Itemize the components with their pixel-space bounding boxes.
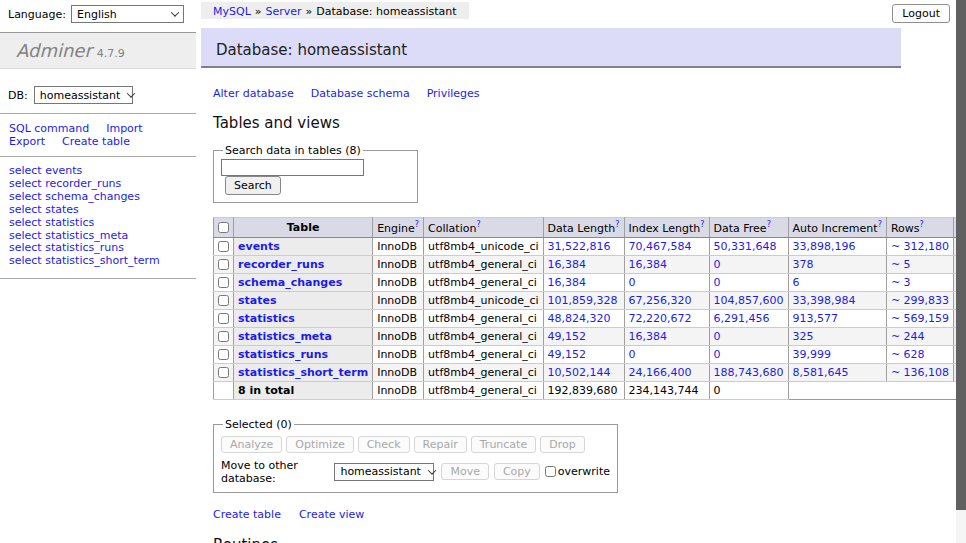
table-row: statesInnoDButf8mb4_unicode_ci101,859,32… (214, 291, 966, 309)
language-select[interactable]: English (71, 5, 184, 23)
sidebar-select-link[interactable]: select statistics_runs (9, 241, 124, 254)
help-marker[interactable]: ? (415, 220, 419, 229)
drop-button[interactable]: Drop (540, 436, 584, 453)
search-input[interactable] (221, 159, 364, 176)
table-name-link[interactable]: statistics_meta (238, 330, 332, 343)
help-marker[interactable]: ? (919, 220, 923, 229)
sidebar-select-link[interactable]: select statistics_short_term (9, 254, 160, 267)
row-checkbox[interactable] (218, 259, 229, 270)
rows-cell[interactable]: ~ 312,180 (886, 237, 953, 255)
sidebar-select-link[interactable]: select statistics_meta (9, 229, 128, 242)
rows-cell[interactable]: ~ 299,833 (886, 291, 953, 309)
scrollbar-thumb[interactable] (956, 0, 966, 510)
db-select-row: DB: homeassistant (0, 69, 196, 113)
row-check-cell (214, 237, 234, 255)
help-marker[interactable]: ? (615, 220, 619, 229)
overwrite-option: overwrite (545, 465, 610, 478)
sidebar-link-create-table[interactable]: Create table (62, 135, 130, 148)
index-length-cell: 72,220,672 (624, 309, 709, 327)
overwrite-checkbox[interactable] (545, 466, 556, 477)
sidebar-divider (0, 278, 196, 279)
row-check-cell (214, 345, 234, 363)
help-marker[interactable]: ? (700, 220, 704, 229)
row-checkbox[interactable] (218, 331, 229, 342)
table-name-link[interactable]: states (238, 294, 277, 307)
sidebar-select-link[interactable]: select statistics (9, 216, 94, 229)
auto-increment-cell: 913,577 (788, 309, 886, 327)
rows-cell[interactable]: ~ 5 (886, 255, 953, 273)
repair-button[interactable]: Repair (414, 436, 467, 453)
total-row: 8 in totalInnoDButf8mb4_general_ci192,83… (214, 381, 966, 399)
table-row: recorder_runsInnoDButf8mb4_general_ci16,… (214, 255, 966, 273)
privileges-link[interactable]: Privileges (427, 87, 480, 100)
table-name-link[interactable]: statistics_short_term (238, 366, 368, 379)
table-name-cell: recorder_runs (234, 255, 373, 273)
db-select[interactable]: homeassistant (34, 86, 133, 104)
vertical-scrollbar[interactable] (956, 0, 966, 543)
routines-heading: Routines (213, 536, 931, 543)
sidebar-link-export[interactable]: Export (9, 135, 45, 148)
logout-button[interactable]: Logout (892, 4, 950, 23)
optimize-button[interactable]: Optimize (286, 436, 353, 453)
rows-cell[interactable]: ~ 628 (886, 345, 953, 363)
language-select-value: English (77, 8, 117, 21)
auto-increment-cell: 8,581,645 (788, 363, 886, 381)
database-schema-link[interactable]: Database schema (311, 87, 410, 100)
table-name-link[interactable]: events (238, 240, 280, 253)
rows-cell[interactable]: ~ 569,159 (886, 309, 953, 327)
row-checkbox[interactable] (218, 367, 229, 378)
help-marker[interactable]: ? (878, 220, 882, 229)
breadcrumb-link-server[interactable]: Server (266, 5, 302, 18)
check-button[interactable]: Check (358, 436, 410, 453)
row-checkbox[interactable] (218, 277, 229, 288)
table-name-link[interactable]: statistics (238, 312, 295, 325)
row-check-cell (214, 273, 234, 291)
sidebar-select-link[interactable]: select schema_changes (9, 190, 140, 203)
data-length-cell: 16,384 (543, 255, 624, 273)
search-fieldset: Search data in tables (8) Search (213, 144, 418, 203)
breadcrumb-link-mysql[interactable]: MySQL (213, 5, 251, 18)
engine-cell: InnoDB (373, 327, 424, 345)
table-name-link[interactable]: schema_changes (238, 276, 342, 289)
table-name-link[interactable]: statistics_runs (238, 348, 328, 361)
table-row: eventsInnoDButf8mb4_unicode_ci31,522,816… (214, 237, 966, 255)
search-button[interactable]: Search (225, 176, 281, 195)
sidebar-select-link[interactable]: select recorder_runs (9, 177, 121, 190)
move-button[interactable]: Move (441, 463, 489, 480)
sidebar-link-sql-command[interactable]: SQL command (9, 122, 89, 135)
total-label-cell: 8 in total (234, 381, 373, 399)
create-table-link[interactable]: Create table (213, 508, 281, 521)
table-select-links: select eventsselect recorder_runsselect … (0, 157, 196, 278)
help-marker[interactable]: ? (476, 220, 480, 229)
help-marker[interactable]: ? (767, 220, 771, 229)
row-checkbox[interactable] (218, 241, 229, 252)
copy-button[interactable]: Copy (494, 463, 540, 480)
sidebar-link-import[interactable]: Import (106, 122, 143, 135)
rows-cell[interactable]: ~ 136,108 (886, 363, 953, 381)
move-database-select[interactable]: homeassistant (334, 463, 434, 481)
table-name-cell: schema_changes (234, 273, 373, 291)
data-length-cell: 31,522,816 (543, 237, 624, 255)
auto-increment-cell: 6 (788, 273, 886, 291)
rows-cell[interactable]: ~ 3 (886, 273, 953, 291)
engine-cell: InnoDB (373, 309, 424, 327)
list-item: select statistics_short_term (9, 255, 196, 268)
select-all-checkbox[interactable] (218, 222, 229, 233)
truncate-button[interactable]: Truncate (471, 436, 536, 453)
engine-total-cell: InnoDB (373, 381, 424, 399)
data-length-cell: 48,824,320 (543, 309, 624, 327)
app-logo[interactable]: Adminer (16, 40, 92, 61)
sidebar-select-link[interactable]: select states (9, 203, 79, 216)
table-name-link[interactable]: recorder_runs (238, 258, 324, 271)
analyze-button[interactable]: Analyze (221, 436, 282, 453)
row-checkbox[interactable] (218, 349, 229, 360)
rows-cell[interactable]: ~ 244 (886, 327, 953, 345)
row-checkbox[interactable] (218, 295, 229, 306)
column-header-label: Index Length (629, 222, 701, 235)
column-header-label: Engine (377, 222, 415, 235)
index-length-cell: 0 (624, 273, 709, 291)
create-view-link[interactable]: Create view (299, 508, 364, 521)
row-checkbox[interactable] (218, 313, 229, 324)
sidebar-select-link[interactable]: select events (9, 164, 82, 177)
alter-database-link[interactable]: Alter database (213, 87, 294, 100)
